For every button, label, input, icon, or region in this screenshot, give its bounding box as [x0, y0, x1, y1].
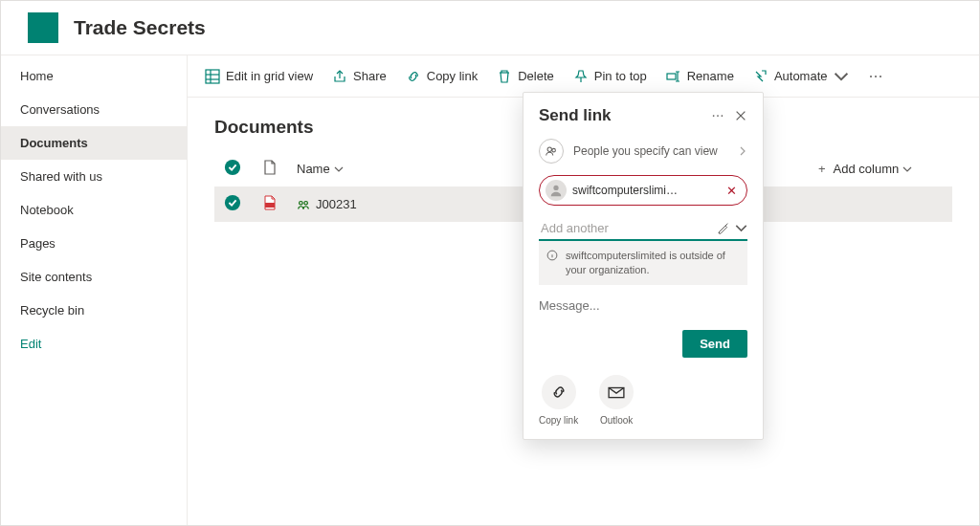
sidebar-item-notebook[interactable]: Notebook — [1, 193, 187, 227]
link-scope-label: People you specify can view — [573, 144, 718, 158]
column-header-name-label: Name — [297, 162, 330, 176]
copy-link-action[interactable]: Copy link — [539, 375, 578, 426]
link-icon — [550, 384, 568, 401]
add-column-label: Add column — [834, 162, 900, 176]
pin-icon — [573, 69, 589, 84]
sidebar-item-home[interactable]: Home — [1, 59, 187, 93]
automate-button[interactable]: Automate — [746, 63, 857, 90]
sidebar-item-recycle-bin[interactable]: Recycle bin — [1, 294, 187, 327]
svg-point-22 — [553, 186, 558, 190]
pdf-icon — [262, 195, 278, 210]
edit-in-grid-button[interactable]: Edit in grid view — [197, 63, 321, 90]
svg-point-11 — [225, 195, 240, 210]
message-input[interactable] — [539, 295, 747, 317]
link-scope-selector[interactable]: People you specify can view — [539, 139, 747, 164]
delete-button[interactable]: Delete — [489, 63, 562, 90]
grid-icon — [205, 69, 220, 84]
outlook-icon — [608, 384, 625, 401]
rename-label: Rename — [687, 69, 734, 83]
outlook-action-label: Outlook — [600, 415, 633, 426]
external-user-warning-text: swiftcomputerslimited is outside of your… — [566, 249, 740, 277]
svg-point-21 — [552, 148, 556, 152]
info-icon — [546, 250, 558, 261]
pin-to-top-button[interactable]: Pin to top — [566, 63, 655, 90]
sidebar-item-pages[interactable]: Pages — [1, 227, 187, 260]
people-icon — [539, 139, 564, 164]
pencil-off-icon[interactable] — [717, 222, 729, 234]
chevron-down-icon — [334, 164, 344, 174]
sidebar-item-shared-with-us[interactable]: Shared with us — [1, 160, 187, 193]
rename-icon — [666, 69, 681, 84]
flow-icon — [753, 69, 768, 84]
svg-point-17 — [722, 115, 724, 117]
site-logo-tile — [28, 12, 58, 43]
copy-link-label: Copy link — [427, 69, 478, 83]
row-select-checkbox[interactable] — [224, 194, 241, 211]
plus-icon: + — [818, 162, 826, 176]
sidebar-edit-link[interactable]: Edit — [1, 327, 187, 361]
rename-button[interactable]: Rename — [658, 63, 742, 90]
select-all-checkbox[interactable] — [224, 159, 241, 176]
chevron-down-icon — [902, 164, 912, 174]
site-title: Trade Secrets — [74, 16, 206, 39]
send-button[interactable]: Send — [682, 330, 747, 358]
chevron-right-icon — [738, 146, 747, 156]
svg-rect-5 — [667, 74, 676, 79]
sidebar-item-site-contents[interactable]: Site contents — [1, 260, 187, 294]
dialog-close-button[interactable] — [734, 109, 747, 122]
site-header: Trade Secrets — [1, 1, 979, 55]
external-user-warning: swiftcomputerslimited is outside of your… — [539, 241, 747, 285]
add-recipient-input[interactable] — [539, 217, 717, 239]
chevron-down-icon[interactable] — [735, 222, 747, 234]
chevron-down-icon — [834, 69, 849, 84]
svg-rect-12 — [265, 203, 275, 208]
svg-point-20 — [547, 147, 551, 151]
sidebar-item-documents[interactable]: Documents — [1, 126, 187, 160]
ellipsis-icon — [868, 69, 883, 84]
delete-label: Delete — [518, 69, 554, 83]
recipient-chip-text: swiftcomputerslimi… — [572, 184, 717, 197]
remove-recipient-button[interactable]: ✕ — [723, 184, 741, 198]
svg-point-15 — [713, 115, 715, 117]
more-actions-button[interactable] — [860, 63, 891, 90]
automate-label: Automate — [774, 69, 828, 83]
file-name: J00231 — [316, 197, 357, 211]
recipient-chip[interactable]: swiftcomputerslimi… ✕ — [539, 175, 747, 206]
send-link-dialog: Send link People you specify can view — [523, 92, 764, 440]
sidebar-item-conversations[interactable]: Conversations — [1, 93, 187, 126]
dialog-title: Send link — [539, 106, 612, 125]
trash-icon — [497, 69, 512, 84]
filetype-column-icon[interactable] — [262, 160, 278, 175]
svg-point-7 — [870, 76, 872, 77]
svg-rect-0 — [206, 70, 219, 83]
link-icon — [406, 69, 421, 84]
avatar-icon — [546, 180, 567, 201]
share-button[interactable]: Share — [324, 63, 394, 90]
copy-link-action-label: Copy link — [539, 415, 578, 426]
svg-point-16 — [717, 115, 719, 117]
share-label: Share — [353, 69, 387, 83]
svg-point-8 — [875, 76, 877, 77]
shared-indicator-icon — [297, 198, 310, 211]
svg-point-9 — [880, 76, 881, 77]
share-icon — [332, 69, 347, 84]
svg-point-14 — [304, 201, 308, 205]
edit-in-grid-label: Edit in grid view — [226, 69, 313, 83]
svg-point-10 — [225, 160, 240, 175]
svg-point-13 — [300, 201, 303, 205]
left-nav: Home Conversations Documents Shared with… — [1, 55, 188, 525]
pin-label: Pin to top — [594, 69, 647, 83]
outlook-action[interactable]: Outlook — [599, 375, 634, 426]
column-header-name[interactable]: Name — [297, 162, 344, 176]
copy-link-button[interactable]: Copy link — [398, 63, 485, 90]
add-column-button[interactable]: + Add column — [818, 162, 912, 176]
dialog-more-button[interactable] — [711, 109, 724, 122]
